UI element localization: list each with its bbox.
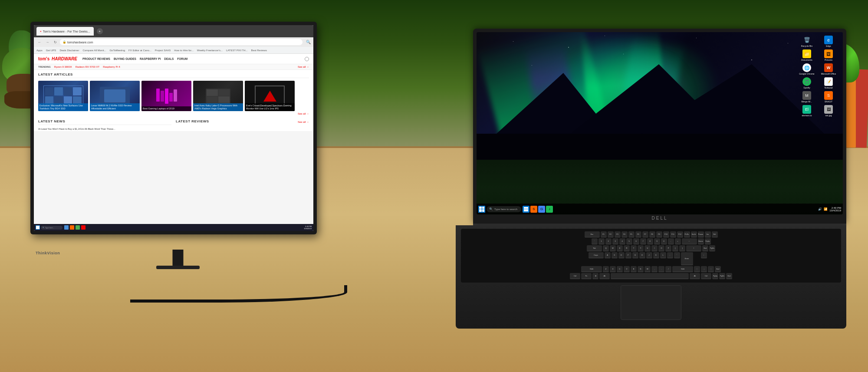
bookmark-freelancer[interactable]: Weekly Freelancer's... [197,49,223,52]
desktop-icon-chrome[interactable]: 🌐 Google Chrome [798,63,815,75]
kb-g[interactable]: G [632,252,638,258]
desktop-icon-snagit[interactable]: S SNAGIT [820,91,837,103]
kb-y[interactable]: Y [638,245,644,251]
bookmark-deals[interactable]: Deals Disclaimer [59,49,79,52]
kb-enter[interactable]: Enter [681,252,693,265]
kb-up[interactable]: ↑ [701,252,707,258]
kb-backspace[interactable]: ← [682,238,697,244]
bookmark-best[interactable]: Best Reviews [251,49,267,52]
kb-backslash[interactable]: \ [686,245,701,251]
trending-item-1[interactable]: Ryzen 9 3900X [54,66,72,68]
desktop-icon-merge[interactable]: M Merge All... [798,91,815,103]
kb-home[interactable]: Home [698,238,704,244]
kb-o[interactable]: O [658,245,664,251]
kb-t[interactable]: T [631,245,637,251]
kb-2[interactable]: 2 [605,238,612,244]
kb-s[interactable]: S [612,252,618,258]
reviews-see-all[interactable]: See all → [298,121,309,123]
taskbar-app-2[interactable] [70,225,74,230]
kb-h[interactable]: H [639,252,645,258]
bookmark-apps[interactable]: Apps [36,49,43,52]
taskbar-start-btn[interactable] [36,225,40,230]
back-btn[interactable]: ← [36,39,43,45]
forward-btn[interactable]: → [44,39,50,45]
article-card-1[interactable]: Exclusive: Microsoft's New Surfaces Use … [38,81,88,111]
kb-right[interactable]: → [708,266,714,272]
kb-u[interactable]: U [644,245,651,251]
desktop-icon-net[interactable]: 🖼 net.jpg [820,105,837,117]
kb-f11[interactable]: F11 [670,231,676,237]
kb-equals[interactable]: = [675,238,681,244]
nav-product-reviews[interactable]: PRODUCT REVIEWS [82,57,110,60]
kb-tab[interactable]: Tab [587,245,602,251]
windows-start-button[interactable] [478,206,485,213]
kb-semicolon[interactable]: ; [667,252,673,258]
kb-a[interactable]: A [605,252,611,258]
bookmark-project[interactable]: Project SAAS [155,49,171,52]
kb-end2[interactable]: End [715,266,721,272]
kb-fn[interactable]: Fn [581,273,592,279]
desktop-icon-notepad[interactable]: 📝 Notepad [820,77,837,89]
kb-rbracket[interactable]: ] [679,245,685,251]
nav-deals[interactable]: DEALS [164,57,174,60]
nav-forum[interactable]: FORUM [177,57,187,60]
kb-pgdn[interactable]: PgDn [709,245,715,251]
kb-pgdn2[interactable]: PgDn [719,273,725,279]
kb-del[interactable]: Del [712,231,718,237]
kb-8[interactable]: 8 [647,238,653,244]
kb-r[interactable]: R [624,245,630,251]
desktop-icon-recycle[interactable]: 🗑️ Recycle Bin [798,36,815,47]
kb-f10[interactable]: F10 [663,231,669,237]
taskbar-search-box[interactable]: 🔍 Type here to search [487,206,521,212]
kb-capslock[interactable]: Caps [589,252,604,258]
articles-see-all[interactable]: See all → [38,112,309,115]
monitor-taskbar-search[interactable]: 🔍Type here... [41,226,62,230]
desktop-icon-documents[interactable]: 📁 Documents [798,49,815,61]
kb-down[interactable]: ↓ [701,266,707,272]
bookmark-latest[interactable]: LATEST PIXI TH... [226,49,248,52]
kb-v[interactable]: V [624,266,630,272]
site-logo[interactable]: tom's HARDWARE [38,56,77,61]
kb-1[interactable]: 1 [598,238,605,244]
kb-f6[interactable]: F6 [635,231,641,237]
kb-ins[interactable]: Ins [705,231,711,237]
kb-j[interactable]: J [646,252,652,258]
kb-9[interactable]: 9 [654,238,660,244]
taskbar-network-icon[interactable]: 📶 [824,207,828,211]
kb-f5[interactable]: F5 [628,231,635,237]
article-card-2[interactable]: Lexar NM600 M.2 NVMe SSD Review: Afforda… [90,81,140,111]
kb-k[interactable]: K [653,252,659,258]
search-icon[interactable]: 🔍 [306,40,311,44]
article-card-4[interactable]: Intel Axes Kaby Lake-G Processors With A… [193,81,243,111]
kb-pgup[interactable]: PgUp [705,238,711,244]
bookmark-goto[interactable]: GoToMeeting [109,49,125,52]
kb-z[interactable]: Z [603,266,609,272]
kb-minus[interactable]: - [668,238,674,244]
kb-5[interactable]: 5 [626,238,632,244]
url-bar[interactable]: 🔒 tomshardware.com [60,39,302,45]
trending-see-all[interactable]: See all → [298,66,309,68]
taskbar-store[interactable] [523,206,529,213]
taskbar-app-3[interactable] [76,225,80,230]
kb-f1[interactable]: F1 [601,231,607,237]
kb-q[interactable]: Q [603,245,609,251]
kb-slash[interactable]: / [665,266,671,272]
kb-f[interactable]: F [625,252,631,258]
kb-lshift[interactable]: Shift [581,266,602,272]
kb-f2[interactable]: F2 [608,231,614,237]
article-card-3[interactable]: Best Gaming Laptops of 2019 [141,81,191,111]
new-tab-btn[interactable]: + [97,28,103,34]
kb-n[interactable]: N [638,266,644,272]
kb-end3[interactable]: End [726,273,732,279]
kb-i[interactable]: I [651,245,658,251]
kb-pause[interactable]: Pause [698,231,704,237]
desktop-icon-spotify[interactable]: 🎵 Spotify [798,77,815,89]
kb-f7[interactable]: F7 [642,231,648,237]
kb-apostrophe[interactable]: ' [674,252,680,258]
kb-ctrl-l[interactable]: Ctrl [570,273,580,279]
kb-l[interactable]: L [660,252,666,258]
kb-4[interactable]: 4 [619,238,625,244]
bookmark-getups[interactable]: Get UPS [46,49,56,52]
kb-win[interactable]: ⊞ [592,273,598,279]
kb-f9[interactable]: F9 [656,231,662,237]
